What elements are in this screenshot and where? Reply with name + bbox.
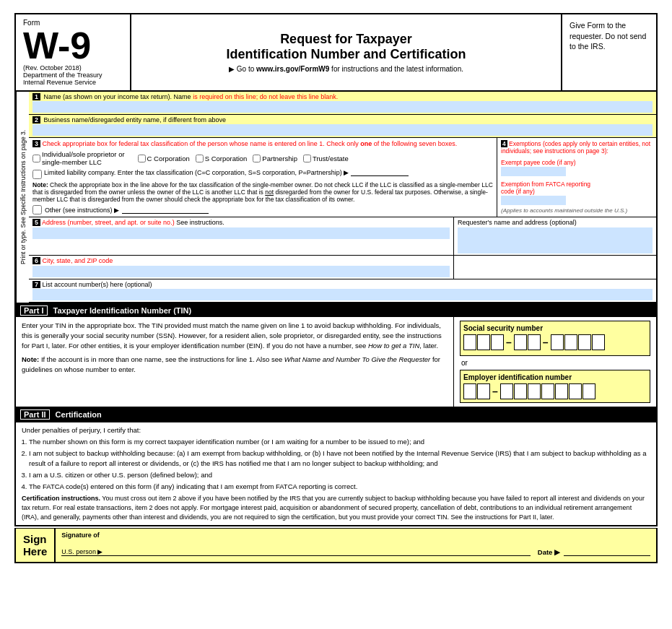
ssn-cell-2[interactable] (477, 334, 490, 350)
line7-label: 7 List account number(s) here (optional) (32, 281, 653, 288)
other-row: Other (see instructions) ▶ (32, 205, 493, 214)
ssn-cell-1[interactable] (463, 334, 476, 350)
cert-instructions: Certification instructions. You must cro… (22, 494, 650, 521)
line5-see: See instructions. (176, 219, 224, 226)
tax-class-main: 3 Check appropriate box for federal tax … (29, 138, 497, 217)
part1-right: Social security number – – (454, 317, 656, 407)
line1-label: 1 Name (as shown on your income tax retu… (32, 93, 653, 100)
exemptions-num: 4 (501, 140, 507, 147)
cert-item-4: The FATCA code(s) entered on this form (… (29, 482, 650, 491)
ssn-cell-6[interactable] (551, 334, 564, 350)
line5-field: 5 Address (number, street, and apt. or s… (29, 217, 454, 255)
llc-text: Limited liability company. Enter the tax… (44, 169, 409, 176)
ein-cell-6[interactable] (541, 383, 554, 399)
ein-cell-2[interactable] (477, 383, 490, 399)
ssn-cell-3[interactable] (491, 334, 504, 350)
checkbox-trust: Trust/estate (303, 155, 349, 162)
checkboxes-row: Individual/sole proprietor orsingle-memb… (32, 150, 493, 166)
applies-text: (Applies to accounts maintained outside … (501, 207, 653, 214)
llc-note: Note: Check the appropriate box in the l… (32, 181, 493, 203)
cert-item-1: The number shown on this form is my corr… (29, 437, 650, 446)
form-id-section: Form W-9 (Rev. October 2018) Department … (16, 14, 131, 90)
ein-box1 (463, 383, 490, 399)
exemptions-text: Exemptions (codes apply only to certain … (501, 140, 650, 155)
requester-input[interactable] (458, 227, 653, 253)
line1-input[interactable] (32, 101, 653, 113)
line7-num: 7 (32, 281, 40, 288)
exempt-payee-label: Exempt payee code (if any) (501, 159, 653, 166)
exemptions-label: 4 Exemptions (codes apply only to certai… (501, 140, 653, 155)
line2-field: 2 Business name/disregarded entity name,… (29, 115, 656, 138)
checkbox-partnership-label: Partnership (262, 155, 297, 162)
signature-line[interactable] (61, 555, 530, 556)
ssn-cell-5[interactable] (528, 334, 541, 350)
checkbox-individual: Individual/sole proprietor orsingle-memb… (32, 150, 125, 166)
form-title-section: Request for Taxpayer Identification Numb… (131, 14, 562, 90)
ssn-title: Social security number (463, 324, 647, 332)
line6-field: 6 City, state, and ZIP code (29, 256, 454, 279)
checkbox-partnership-input[interactable] (253, 155, 261, 162)
ssn-cell-9[interactable] (592, 334, 605, 350)
checkbox-llc-input[interactable] (32, 170, 42, 179)
ssn-boxes: – – (463, 334, 647, 350)
ssn-dash1: – (506, 337, 512, 348)
ssn-box3 (551, 334, 605, 350)
tax-class-section: 3 Check appropriate box for federal tax … (29, 138, 656, 217)
checkbox-trust-input[interactable] (303, 155, 311, 162)
ssn-cell-8[interactable] (578, 334, 591, 350)
line3-label: 3 Check appropriate box for federal tax … (32, 140, 493, 147)
llc-note-text: Check the appropriate box in the line ab… (32, 181, 493, 203)
cert-item-3: I am a U.S. citizen or other U.S. person… (29, 470, 650, 480)
line5-input[interactable] (32, 227, 450, 239)
line2-input[interactable] (32, 124, 653, 136)
llc-row: Limited liability company. Enter the tax… (32, 169, 493, 179)
date-line[interactable] (564, 539, 650, 556)
checkbox-other-input[interactable] (32, 205, 42, 214)
form-body: Print or type. See Specific Instructions… (14, 92, 658, 304)
part1-section: Part I Taxpayer Identification Number (T… (14, 304, 658, 408)
address-section: 5 Address (number, street, and apt. or s… (29, 217, 656, 256)
ein-cell-4[interactable] (514, 383, 527, 399)
line6-section: 6 City, state, and ZIP code (29, 256, 656, 279)
ssn-dash2: – (543, 337, 549, 348)
part1-title: Taxpayer Identification Number (TIN) (53, 306, 192, 315)
goto-prefix: ▶ Go to (229, 65, 256, 73)
ein-cell-7[interactable] (555, 383, 568, 399)
checkbox-c-corp-label: C Corporation (147, 155, 190, 162)
ein-section: Employer identification number – (460, 370, 650, 403)
checkbox-individual-input[interactable] (32, 155, 40, 162)
checkbox-trust-label: Trust/estate (313, 155, 349, 162)
ein-cell-1[interactable] (463, 383, 476, 399)
here-text: Here (23, 545, 47, 558)
checkbox-s-corp: S Corporation (196, 155, 248, 162)
line5-label: 5 Address (number, street, and apt. or s… (32, 219, 450, 226)
checkbox-s-corp-input[interactable] (196, 155, 204, 162)
ein-dash: – (492, 386, 498, 397)
sig-area: U.S. person ▶ Date ▶ (61, 539, 650, 556)
fatca-label: Exemption from FATCA reportingcode (if a… (501, 181, 653, 195)
checkbox-c-corp: C Corporation (138, 155, 190, 162)
line7-input[interactable] (32, 289, 653, 300)
line2-label: 2 Business name/disregarded entity name,… (32, 116, 653, 123)
cert-item-2: I am not subject to backup withholding b… (29, 448, 650, 468)
line6-input[interactable] (32, 266, 450, 277)
ein-cell-5[interactable] (528, 383, 541, 399)
ssn-cell-4[interactable] (514, 334, 527, 350)
what-name-italic: What Name and Number To Give the Request… (284, 355, 430, 363)
sign-text: Sign (23, 533, 47, 545)
requester-label: Requester's name and address (optional) (458, 219, 653, 226)
checkbox-c-corp-input[interactable] (138, 155, 146, 162)
ein-cell-3[interactable] (500, 383, 513, 399)
part1-left: Enter your TIN in the appropriate box. T… (16, 317, 454, 407)
ein-cell-9[interactable] (582, 383, 595, 399)
fatca-input[interactable] (501, 196, 566, 205)
ssn-cell-7[interactable] (564, 334, 577, 350)
ssn-section: Social security number – – (460, 321, 650, 356)
line5-num: 5 (32, 219, 40, 226)
goto-text: ▶ Go to www.irs.gov/FormW9 for instructi… (137, 65, 555, 73)
part1-content: Enter your TIN in the appropriate box. T… (16, 317, 656, 407)
or-text: or (461, 359, 650, 367)
ein-cell-8[interactable] (569, 383, 582, 399)
line6-num: 6 (32, 257, 40, 264)
exempt-payee-input[interactable] (501, 167, 566, 176)
